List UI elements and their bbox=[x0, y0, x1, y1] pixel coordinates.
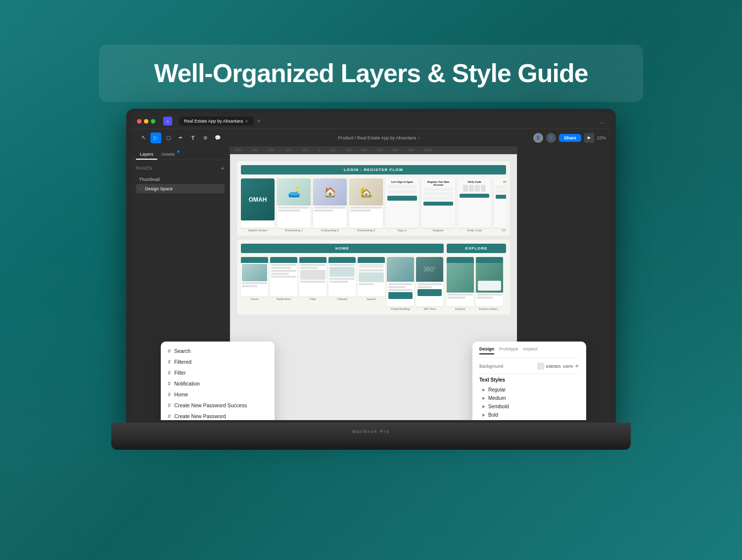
notification-screen-thumb[interactable]: Notification bbox=[270, 257, 297, 310]
layer-create-new-password-success[interactable]: # Create New Password Success bbox=[161, 400, 275, 411]
onboarding1-card: 🛋️ bbox=[277, 178, 311, 228]
text-style-bold-label: Bold bbox=[488, 412, 498, 418]
filtered-screen-thumb[interactable]: Filtered bbox=[328, 257, 356, 310]
figma-main-area: Layers Assets Pages + bbox=[131, 146, 611, 420]
minimize-button[interactable] bbox=[144, 119, 148, 124]
tab-inspect[interactable]: Inspect bbox=[523, 346, 538, 354]
hash-icon: # bbox=[168, 370, 171, 376]
figma-home-icon[interactable]: ⌂ bbox=[163, 117, 172, 126]
breadcrumb-path: Product / Real Estate App by Aksantara bbox=[338, 135, 416, 140]
text-style-medium[interactable]: ▶ Medium bbox=[479, 394, 579, 402]
onboarding2-thumb[interactable]: 🏠 Onboarding 2 bbox=[313, 178, 347, 232]
frame-tool[interactable]: ▢ bbox=[163, 132, 174, 143]
filter-screen-thumb[interactable]: Filter bbox=[299, 257, 326, 310]
pages-section: Pages + Thumbnail ✓ Design Space bbox=[131, 160, 230, 197]
maximize-button[interactable] bbox=[151, 119, 155, 124]
hero-title-box: Well-Organized Layers & Style Guide bbox=[99, 44, 643, 102]
home-screen-thumb[interactable]: Home bbox=[241, 257, 268, 310]
layer-filter[interactable]: # Filter bbox=[161, 367, 275, 378]
verify-code-thumb[interactable]: Verify Code bbox=[458, 178, 491, 232]
detail-building-thumb[interactable]: Detail Building bbox=[387, 257, 414, 310]
close-button[interactable] bbox=[137, 119, 141, 124]
splash-screen-thumb[interactable]: OMAH Splash Screen bbox=[241, 178, 275, 232]
bg-color-swatch[interactable] bbox=[537, 363, 544, 370]
360-view-thumb[interactable]: 360° bbox=[416, 257, 443, 310]
panel-tabs: Layers Assets bbox=[131, 146, 230, 160]
laptop-base-lower bbox=[111, 439, 631, 450]
select-tool[interactable]: ▷ bbox=[150, 132, 161, 143]
detail-building-card bbox=[387, 257, 414, 306]
home-flow-header: HOME bbox=[241, 244, 444, 253]
login-flow-header: LOGIN - REGISTER FLOW bbox=[241, 165, 506, 174]
visibility-icon[interactable]: 👁 bbox=[575, 364, 579, 369]
otp-thumb[interactable]: OTP Verific... OTP Verific... bbox=[494, 178, 506, 232]
tab-close-icon[interactable]: ✕ bbox=[245, 119, 248, 124]
onboarding3-thumb[interactable]: 🏡 Onboarding 3 bbox=[349, 178, 383, 232]
layer-search-label: Search bbox=[174, 348, 190, 354]
register-card: Register Your New Account bbox=[421, 178, 455, 228]
page-design-space[interactable]: ✓ Design Space bbox=[136, 184, 225, 193]
ruler-top: -500-400-300-200-100 0100200500700800900… bbox=[230, 146, 517, 154]
text-style-regular[interactable]: ▶ Regular bbox=[479, 386, 579, 394]
explore-screen-thumb[interactable]: Explore bbox=[447, 257, 474, 310]
tab-prototype[interactable]: Prototype bbox=[499, 346, 518, 354]
laptop-mockup: ⌂ Real Estate App by Aksantara ✕ + ... bbox=[111, 109, 631, 455]
text-style-semibold-label: Semibold bbox=[488, 404, 509, 409]
text-tool[interactable]: T bbox=[187, 132, 198, 143]
layer-filter-label: Filter bbox=[174, 370, 186, 376]
360-view-label: 360 View bbox=[423, 307, 436, 310]
tool-group-left: ↖ ▷ ▢ ✒ T ⊕ 💬 bbox=[136, 132, 225, 143]
register-thumb[interactable]: Register Your New Account Register bbox=[421, 178, 455, 232]
onboarding1-thumb[interactable]: 🛋️ Onboarding 1 bbox=[277, 178, 311, 232]
tab-design[interactable]: Design bbox=[479, 346, 494, 354]
text-style-semibold[interactable]: ▶ Semibold bbox=[479, 402, 579, 411]
signin-thumb[interactable]: Let's Sign In Again Sign in bbox=[385, 178, 419, 232]
more-options-icon[interactable]: ... bbox=[599, 117, 605, 125]
hash-icon: # bbox=[168, 402, 171, 408]
laptop-screen: ⌂ Real Estate App by Aksantara ✕ + ... bbox=[131, 114, 611, 420]
figma-app: ⌂ Real Estate App by Aksantara ✕ + ... bbox=[131, 114, 611, 420]
play-button[interactable]: ▶ bbox=[584, 133, 594, 143]
right-panel-overlay: Design Prototype Inspect Background E5E5… bbox=[472, 342, 586, 420]
move-tool[interactable]: ↖ bbox=[138, 132, 149, 143]
layer-home[interactable]: # Home bbox=[161, 389, 275, 400]
figma-titlebar: ⌂ Real Estate App by Aksantara ✕ + ... bbox=[131, 114, 611, 129]
explore-screen-label: Explore bbox=[455, 307, 465, 310]
verify-code-label: Verify Code bbox=[466, 229, 482, 232]
comment-tool[interactable]: 💬 bbox=[212, 132, 223, 143]
detail-building-label: Detail Building bbox=[391, 307, 410, 310]
hash-icon: # bbox=[168, 413, 171, 419]
component-tool[interactable]: ⊕ bbox=[200, 132, 211, 143]
chevron-right-icon: ▶ bbox=[482, 413, 485, 417]
explore-select-thumb[interactable]: Explore Selec... bbox=[476, 257, 503, 310]
active-tab[interactable]: Real Estate App by Aksantara ✕ bbox=[179, 117, 253, 126]
page-thumbnail[interactable]: Thumbnail bbox=[136, 175, 225, 184]
360-view-card: 360° bbox=[416, 257, 443, 306]
signin-card: Let's Sign In Again bbox=[385, 178, 419, 228]
onboarding1-label: Onboarding 1 bbox=[285, 229, 303, 232]
notification-screen-card bbox=[270, 257, 297, 297]
pen-tool[interactable]: ✒ bbox=[175, 132, 186, 143]
layer-notification[interactable]: # Notification bbox=[161, 378, 275, 389]
hash-icon: # bbox=[168, 391, 171, 397]
tab-assets[interactable]: Assets bbox=[157, 148, 184, 160]
onboarding2-card: 🏠 bbox=[313, 178, 347, 228]
search-screen-thumb[interactable]: Search bbox=[358, 257, 385, 310]
laptop-body: ⌂ Real Estate App by Aksantara ✕ + ... bbox=[126, 109, 616, 425]
add-page-button[interactable]: + bbox=[221, 164, 225, 172]
layer-create-new-password[interactable]: # Create New Password bbox=[161, 411, 275, 420]
otp-label: OTP Verific... bbox=[502, 229, 506, 232]
toolbar-center: Product / Real Estate App by Aksantara ▾ bbox=[228, 135, 530, 140]
layer-filtered[interactable]: # Filtered bbox=[161, 356, 275, 367]
share-button[interactable]: Share bbox=[559, 134, 581, 142]
background-label: Background bbox=[479, 364, 503, 369]
assets-dot bbox=[177, 150, 180, 153]
layer-notification-label: Notification bbox=[174, 381, 200, 387]
page-design-space-label: Design Space bbox=[145, 186, 173, 191]
layer-search[interactable]: # Search bbox=[161, 345, 275, 356]
home-screens-row: Home bbox=[241, 257, 444, 310]
new-tab-button[interactable]: + bbox=[257, 118, 261, 125]
text-style-bold[interactable]: ▶ Bold bbox=[479, 411, 579, 419]
tab-layers[interactable]: Layers bbox=[136, 150, 157, 160]
zoom-level: 23% bbox=[597, 135, 606, 140]
